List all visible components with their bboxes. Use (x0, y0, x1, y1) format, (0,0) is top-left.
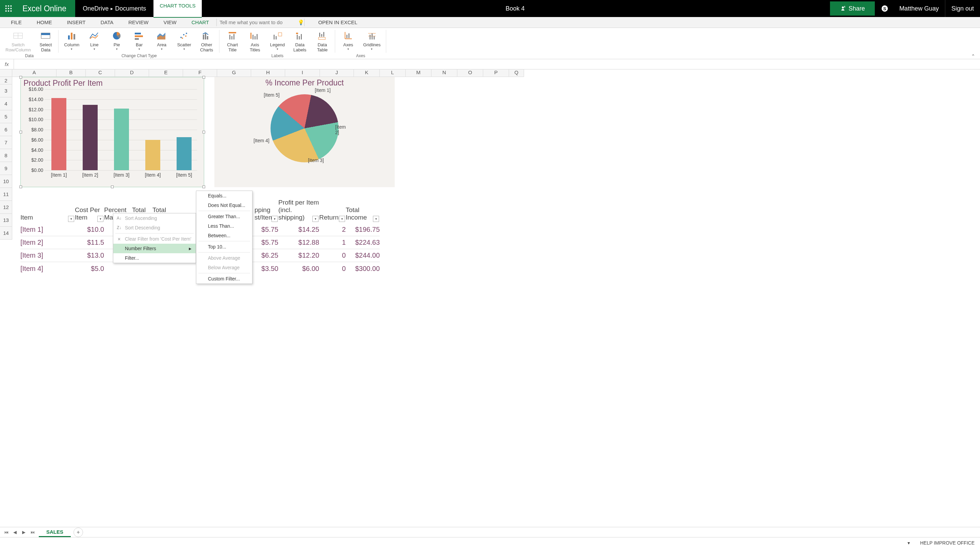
table-cell[interactable]: $244.00 (346, 252, 380, 260)
filter-dropdown-button[interactable]: ▾ (68, 216, 74, 222)
column-header[interactable]: H (251, 69, 285, 77)
filter-dropdown-button[interactable]: ▾ (272, 216, 278, 222)
table-cell[interactable]: $14.25 (278, 226, 319, 234)
tab-data[interactable]: DATA (93, 17, 121, 28)
app-launcher[interactable] (0, 0, 17, 17)
table-cell[interactable]: $11.5 (75, 239, 104, 247)
tab-review[interactable]: REVIEW (121, 17, 156, 28)
skype-button[interactable]: S (876, 0, 893, 17)
filter-dropdown-button[interactable]: ▾ (373, 216, 379, 222)
column-header[interactable]: D (115, 69, 149, 77)
resize-handle[interactable] (19, 76, 22, 79)
tab-view[interactable]: VIEW (156, 17, 184, 28)
column-header[interactable]: O (457, 69, 483, 77)
select-data-button[interactable]: Select Data (35, 29, 56, 54)
select-all-corner[interactable] (0, 69, 12, 77)
row-header[interactable]: 14 (0, 227, 12, 240)
help-improve-link[interactable]: HELP IMPROVE OFFICE (920, 540, 975, 546)
row-header[interactable]: 9 (0, 162, 12, 175)
table-cell[interactable]: $10.0 (75, 226, 104, 234)
data-labels-button[interactable]: Data Labels (290, 29, 310, 54)
custom-filter-item[interactable]: Custom Filter... (196, 274, 252, 284)
chart-tools-tab[interactable]: CHART TOOLS (153, 0, 202, 18)
bar-chart-button[interactable]: Bar▾ (129, 29, 150, 54)
legend-button[interactable]: Legend▾ (267, 29, 288, 54)
table-cell[interactable]: $12.88 (278, 239, 319, 247)
column-header[interactable]: G (217, 69, 251, 77)
table-cell[interactable]: $5.75 (255, 239, 278, 247)
column-header[interactable]: I (285, 69, 320, 77)
filter-item[interactable]: Filter... (113, 253, 196, 263)
view-dropdown-icon[interactable]: ▾ (907, 540, 910, 546)
share-button[interactable]: Share (830, 2, 875, 16)
table-cell[interactable]: $300.00 (346, 265, 380, 272)
bar-chart-object[interactable]: Product Profit Per Item $0.00$2.00$4.00$… (21, 77, 204, 187)
table-cell[interactable]: $6.00 (278, 265, 319, 272)
gridlines-button[interactable]: Gridlines▾ (360, 29, 383, 54)
greater-than-item[interactable]: Greater Than... (196, 212, 252, 221)
above-average-item[interactable]: Above Average (196, 253, 252, 263)
table-cell[interactable]: $13.0 (75, 252, 104, 260)
row-header[interactable]: 5 (0, 110, 12, 123)
pie-chart-button[interactable]: Pie▾ (107, 29, 127, 54)
tellme-input[interactable] (220, 19, 294, 25)
resize-handle[interactable] (202, 131, 205, 134)
user-name[interactable]: Matthew Guay (893, 0, 945, 17)
row-header[interactable]: 6 (0, 123, 12, 136)
sort-ascending-item[interactable]: A↓Sort Ascending (113, 213, 196, 223)
document-title[interactable]: Book 4 (202, 0, 829, 17)
sheet-nav-next[interactable]: ▶ (20, 528, 28, 537)
column-header[interactable]: A (12, 69, 56, 77)
sort-descending-item[interactable]: Z↓Sort Descending (113, 223, 196, 233)
less-than-item[interactable]: Less Than... (196, 221, 252, 231)
row-header[interactable]: 12 (0, 201, 12, 214)
chart-title-button[interactable]: Chart Title (222, 29, 243, 54)
sheet-nav-prev[interactable]: ◀ (11, 528, 19, 537)
table-cell[interactable]: $5.0 (75, 265, 104, 272)
row-header[interactable]: 7 (0, 136, 12, 149)
line-chart-button[interactable]: Line▾ (84, 29, 105, 54)
below-average-item[interactable]: Below Average (196, 263, 252, 272)
tab-file[interactable]: FILE (3, 17, 29, 28)
table-cell[interactable]: [Item 2] (21, 239, 75, 247)
tab-insert[interactable]: INSERT (60, 17, 93, 28)
top-10-item[interactable]: Top 10... (196, 242, 252, 252)
table-cell[interactable]: 1 (319, 239, 346, 247)
table-cell[interactable]: 0 (319, 265, 346, 272)
table-cell[interactable]: [Item 4] (21, 265, 75, 272)
table-cell[interactable]: $5.75 (255, 226, 278, 234)
column-chart-button[interactable]: Column▾ (61, 29, 82, 54)
data-table-button[interactable]: Data Table (312, 29, 332, 54)
row-header[interactable]: 10 (0, 175, 12, 188)
row-header[interactable]: 13 (0, 214, 12, 227)
pie-chart-object[interactable]: % Income Per Product [Item 1][Item 2][It… (215, 77, 395, 187)
table-cell[interactable]: 2 (319, 226, 346, 234)
sheet-tab-sales[interactable]: SALES (39, 527, 71, 537)
number-filters-item[interactable]: Number Filters▶ (113, 244, 196, 253)
table-cell[interactable]: [Item 3] (21, 252, 75, 260)
column-header[interactable]: P (483, 69, 509, 77)
resize-handle[interactable] (111, 185, 114, 188)
scatter-chart-button[interactable]: Scatter▾ (174, 29, 194, 54)
column-header[interactable]: B (56, 69, 86, 77)
column-header[interactable]: K (354, 69, 380, 77)
does-not-equal-item[interactable]: Does Not Equal... (196, 201, 252, 210)
table-cell[interactable]: 0 (319, 252, 346, 260)
table-cell[interactable]: $12.20 (278, 252, 319, 260)
fx-icon[interactable]: fx (0, 59, 14, 69)
area-chart-button[interactable]: Area▾ (151, 29, 172, 54)
resize-handle[interactable] (202, 76, 205, 79)
table-cell[interactable]: $224.63 (346, 239, 380, 247)
tab-home[interactable]: HOME (29, 17, 60, 28)
column-header[interactable]: L (380, 69, 406, 77)
row-header[interactable]: 11 (0, 188, 12, 201)
table-cell[interactable]: $196.75 (346, 226, 380, 234)
column-header[interactable]: M (406, 69, 431, 77)
filter-dropdown-button[interactable]: ▾ (312, 216, 318, 222)
column-header[interactable]: N (431, 69, 457, 77)
breadcrumb[interactable]: OneDrive ▸ Documents (75, 0, 153, 17)
resize-handle[interactable] (202, 185, 205, 188)
sheet-nav-last[interactable]: ⏭ (29, 528, 37, 537)
equals-item[interactable]: Equals... (196, 191, 252, 201)
row-header[interactable]: 2 (0, 77, 12, 84)
